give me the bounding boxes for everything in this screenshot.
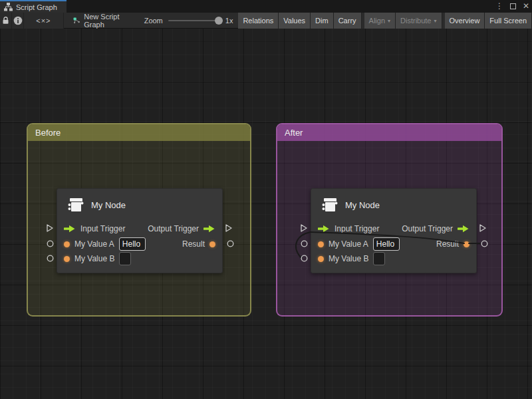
lock-icon [2, 16, 9, 25]
outer-trigger-out-port[interactable] [225, 224, 233, 232]
value-a-label: My Value A [329, 239, 368, 249]
value-b-row: My Value B [318, 251, 469, 266]
zoom-control: Zoom 1x [144, 17, 233, 25]
chevron-down-icon: ▾ [388, 18, 390, 24]
distribute-dropdown-button[interactable]: Distribute ▾ [396, 13, 442, 29]
value-b-input[interactable] [119, 252, 131, 265]
value-b-label: My Value B [329, 254, 368, 263]
graph-hierarchy-icon [4, 3, 13, 11]
zoom-slider[interactable] [168, 20, 220, 21]
node-header: My Node [319, 194, 380, 215]
value-b-row: My Value B [64, 251, 215, 266]
value-a-row: My Value A Result [318, 237, 469, 251]
trigger-in-port-icon[interactable] [318, 225, 330, 233]
close-icon[interactable]: ✕ [523, 0, 529, 13]
value-b-label: My Value B [74, 254, 114, 263]
node-my-node-before[interactable]: My Node Input Trigger Output Trigger [57, 188, 223, 273]
input-trigger-label: Input Trigger [80, 224, 125, 233]
graph-toolbar: <×> New Script Graph Zoom 1x Relations V… [0, 13, 532, 29]
outer-value-b-port[interactable] [47, 255, 54, 262]
group-after-header[interactable]: After [277, 124, 501, 141]
group-before-header[interactable]: Before [28, 124, 250, 141]
zoom-value: 1x [225, 17, 233, 25]
outer-trigger-out-port[interactable] [479, 224, 487, 232]
value-a-port-icon[interactable] [318, 241, 324, 247]
trigger-out-port-icon[interactable] [458, 225, 469, 233]
value-a-row: My Value A Result [64, 237, 215, 251]
zoom-label: Zoom [144, 17, 163, 25]
value-b-port-icon[interactable] [64, 256, 70, 262]
value-b-port-icon[interactable] [318, 256, 324, 262]
outer-trigger-in-port[interactable] [46, 224, 54, 232]
maximize-icon[interactable] [510, 3, 516, 9]
tab-bar: Script Graph ⋮ ✕ [0, 0, 532, 13]
value-b-input[interactable] [373, 252, 385, 265]
code-icon: <×> [36, 17, 51, 25]
full-screen-button[interactable]: Full Screen [485, 13, 532, 29]
result-label: Result [436, 239, 459, 249]
chevron-down-icon: ▾ [434, 18, 437, 24]
align-dropdown-button[interactable]: Align ▾ [364, 13, 396, 29]
tab-label: Script Graph [16, 3, 57, 11]
trigger-out-port-icon[interactable] [203, 225, 215, 233]
new-script-graph-icon [73, 16, 80, 25]
outer-trigger-in-port[interactable] [300, 224, 308, 232]
zoom-slider-handle[interactable] [215, 17, 223, 25]
result-port-icon[interactable] [464, 241, 469, 247]
output-trigger-label: Output Trigger [402, 224, 453, 233]
node-title: My Node [91, 200, 126, 210]
value-a-label: My Value A [74, 239, 114, 249]
trigger-in-port-icon[interactable] [64, 225, 76, 233]
window-controls: ⋮ ✕ [495, 0, 529, 13]
tab-script-graph[interactable]: Script Graph [0, 0, 66, 13]
dim-button[interactable]: Dim [311, 13, 334, 29]
unit-node-icon [65, 195, 84, 215]
outer-value-b-port[interactable] [301, 255, 308, 262]
info-button[interactable] [12, 13, 24, 29]
value-a-input[interactable] [373, 237, 400, 251]
lock-button[interactable] [0, 13, 12, 29]
trigger-row-right: Output Trigger [402, 224, 469, 233]
group-title: After [285, 128, 303, 138]
values-button[interactable]: Values [279, 13, 311, 29]
outer-result-port[interactable] [227, 240, 234, 247]
outer-value-a-port[interactable] [47, 240, 54, 247]
edit-script-button[interactable]: <×> [24, 13, 63, 29]
overview-button[interactable]: Overview [445, 13, 485, 29]
toolbar-toggle-buttons: Relations Values Dim Carry Align ▾ Distr… [238, 13, 532, 29]
graph-canvas[interactable]: Before After My Node [0, 29, 532, 399]
carry-button[interactable]: Carry [334, 13, 362, 29]
window-menu-icon[interactable]: ⋮ [495, 0, 503, 13]
trigger-row: Input Trigger Output Trigger [318, 221, 469, 236]
unit-node-icon [319, 195, 338, 215]
script-graph-window: Script Graph ⋮ ✕ <×> [0, 0, 532, 399]
value-a-input[interactable] [119, 237, 146, 251]
graph-name: New Script Graph [64, 13, 135, 29]
outer-result-port[interactable] [481, 240, 488, 247]
info-icon [13, 16, 23, 25]
result-port-icon[interactable] [209, 241, 215, 247]
result-label: Result [182, 239, 205, 249]
relations-button[interactable]: Relations [238, 13, 279, 29]
trigger-row: Input Trigger Output Trigger [64, 221, 215, 236]
group-title: Before [35, 128, 61, 138]
input-trigger-label: Input Trigger [334, 224, 379, 233]
value-a-row-right: Result [436, 239, 469, 249]
graph-name-label: New Script Graph [84, 13, 128, 29]
trigger-row-right: Output Trigger [148, 224, 215, 233]
output-trigger-label: Output Trigger [148, 224, 199, 233]
node-header: My Node [65, 194, 126, 215]
value-a-row-right: Result [182, 239, 215, 249]
value-a-port-icon[interactable] [64, 241, 70, 247]
node-my-node-after[interactable]: My Node Input Trigger Output Trigger [311, 188, 477, 273]
outer-value-a-port[interactable] [301, 240, 308, 247]
node-title: My Node [345, 200, 380, 210]
